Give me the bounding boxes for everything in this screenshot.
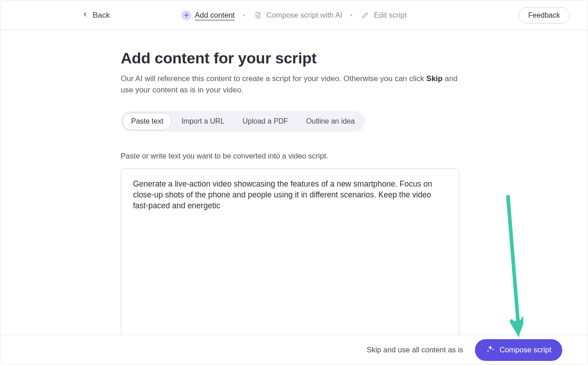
- tab-outline-idea[interactable]: Outline an idea: [298, 113, 364, 130]
- subtitle-part: Our AI will reference this content to cr…: [121, 74, 427, 83]
- step-separator-dot: [351, 14, 352, 16]
- compose-label: Compose script: [499, 346, 551, 354]
- step-edit-script[interactable]: Edit script: [360, 10, 407, 20]
- subtitle-bold: Skip: [427, 74, 443, 83]
- tab-paste-text[interactable]: Paste text: [123, 113, 172, 130]
- step-label: Edit script: [374, 11, 407, 19]
- main-content: Add content for your script Our AI will …: [0, 30, 459, 341]
- step-compose-ai[interactable]: Compose script with AI: [253, 10, 342, 20]
- content-source-tabs: Paste text Import a URL Upload a PDF Out…: [121, 111, 365, 132]
- chevron-left-icon: [82, 11, 88, 20]
- page-subtitle: Our AI will reference this content to cr…: [121, 73, 459, 96]
- sparkle-icon: [486, 345, 495, 355]
- pencil-icon: [360, 10, 370, 20]
- feedback-button[interactable]: Feedback: [519, 7, 569, 24]
- step-label: Add content: [195, 11, 235, 19]
- compose-script-button[interactable]: Compose script: [475, 339, 562, 361]
- back-button[interactable]: Back: [82, 11, 110, 20]
- step-label: Compose script with AI: [266, 11, 342, 19]
- step-separator-dot: [243, 14, 245, 16]
- plus-icon: [181, 10, 191, 20]
- skip-link[interactable]: Skip and use all content as is: [367, 346, 464, 354]
- steps-nav: Add content Compose script with AI Edit …: [181, 10, 407, 20]
- content-textarea-wrap: [121, 168, 459, 341]
- back-label: Back: [93, 11, 110, 20]
- tab-import-url[interactable]: Import a URL: [173, 113, 233, 130]
- content-textarea[interactable]: [133, 179, 447, 330]
- page-title: Add content for your script: [121, 49, 459, 67]
- step-add-content[interactable]: Add content: [181, 10, 235, 20]
- header: Back Add content Compose script with AI …: [0, 0, 588, 30]
- tab-upload-pdf[interactable]: Upload a PDF: [234, 113, 297, 130]
- instruction-text: Paste or write text you want to be conve…: [121, 152, 459, 160]
- footer-bar: Skip and use all content as is Compose s…: [0, 335, 588, 365]
- document-icon: [253, 10, 263, 20]
- annotation-arrow: [505, 195, 523, 340]
